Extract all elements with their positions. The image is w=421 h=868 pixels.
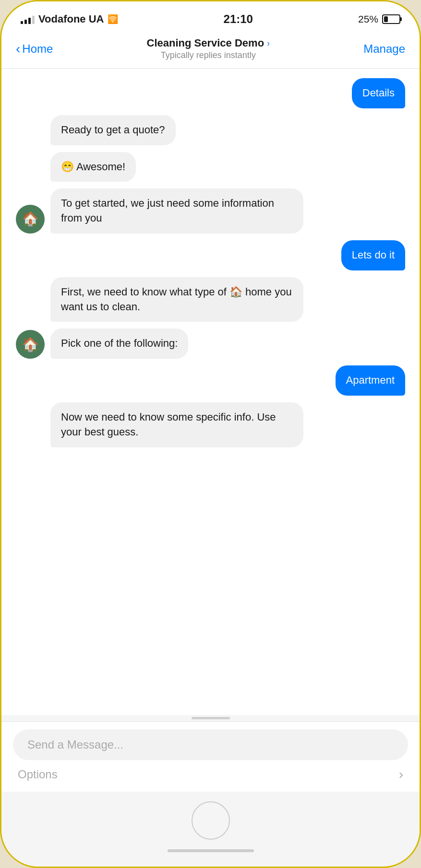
nav-title: Cleaning Service Demo	[147, 37, 265, 49]
message-row: Apartment	[16, 365, 405, 396]
message-input-wrapper[interactable]: Send a Message...	[13, 729, 408, 760]
message-row: First, we need to know what type of 🏠 ho…	[16, 277, 405, 322]
nav-center: Cleaning Service Demo › Typically replie…	[147, 37, 270, 60]
status-left: Vodafone UA 🛜	[21, 13, 118, 25]
bot-bubble: Pick one of the following:	[50, 328, 188, 359]
bot-avatar: 🏠	[16, 330, 45, 359]
nav-bar: ‹ Home Cleaning Service Demo › Typically…	[1, 32, 420, 69]
status-right: 25%	[358, 13, 400, 25]
message-row: Now we need to know some specific info. …	[16, 402, 405, 447]
message-row: Ready to get a quote?	[16, 115, 405, 145]
user-bubble: Details	[352, 78, 405, 108]
bot-bubble: Ready to get a quote?	[50, 115, 176, 145]
nav-title-chevron-icon: ›	[267, 38, 270, 48]
message-row: 🏠 Pick one of the following:	[16, 328, 405, 359]
divider	[1, 715, 420, 721]
nav-subtitle: Typically replies instantly	[161, 50, 256, 60]
bot-bubble: 😁 Awesome!	[50, 152, 136, 182]
divider-handle	[192, 717, 230, 719]
message-row: 😁 Awesome!	[16, 152, 405, 182]
battery-icon	[382, 14, 400, 24]
manage-button[interactable]: Manage	[363, 42, 405, 56]
user-bubble: Apartment	[336, 365, 406, 396]
bot-avatar: 🏠	[16, 205, 45, 234]
options-chevron-icon[interactable]: ›	[399, 767, 403, 782]
status-bar: Vodafone UA 🛜 21:10 25%	[1, 1, 420, 32]
home-indicator	[168, 849, 254, 852]
bot-avatar-icon: 🏠	[22, 337, 39, 352]
options-label: Options	[18, 768, 58, 781]
wifi-icon: 🛜	[108, 14, 118, 24]
home-area	[1, 792, 420, 867]
input-area: Send a Message... Options ›	[1, 721, 420, 792]
message-row: Lets do it	[16, 240, 405, 270]
time-label: 21:10	[224, 12, 253, 26]
signal-bars-icon	[21, 14, 35, 24]
phone-frame: Vodafone UA 🛜 21:10 25% ‹ Home Cleaning …	[0, 0, 421, 868]
chat-area: Details Ready to get a quote? 😁 Awesome!…	[1, 69, 420, 715]
home-button[interactable]	[192, 801, 230, 840]
bot-bubble: First, we need to know what type of 🏠 ho…	[50, 277, 303, 322]
bot-avatar-icon: 🏠	[22, 211, 39, 227]
bot-bubble: Now we need to know some specific info. …	[50, 402, 303, 447]
back-chevron-icon: ‹	[16, 42, 20, 56]
message-row: Details	[16, 78, 405, 108]
battery-percent: 25%	[358, 13, 378, 25]
carrier-label: Vodafone UA	[38, 13, 104, 25]
message-row: 🏠 To get started, we just need some info…	[16, 188, 405, 234]
back-button[interactable]: ‹ Home	[16, 42, 53, 56]
message-input[interactable]: Send a Message...	[27, 738, 123, 751]
options-row: Options ›	[13, 760, 408, 786]
bot-bubble: To get started, we just need some inform…	[50, 188, 303, 234]
user-bubble: Lets do it	[341, 240, 405, 270]
back-label: Home	[22, 42, 53, 56]
